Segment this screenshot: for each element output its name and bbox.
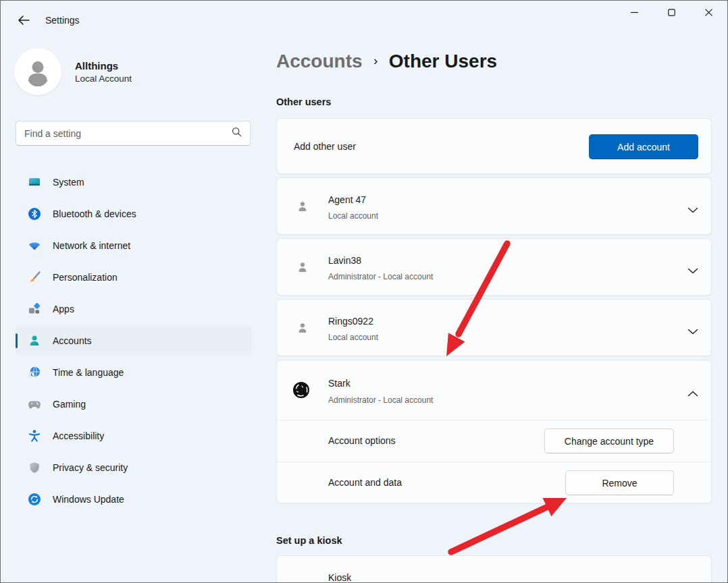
sidebar-item-windows-update[interactable]: Windows Update — [16, 484, 251, 514]
sidebar-item-time-language[interactable]: Time & language — [16, 358, 251, 387]
sidebar-item-label: Bluetooth & devices — [53, 209, 136, 219]
kiosk-label: Kiosk — [328, 572, 351, 583]
search-input[interactable]: Find a setting — [16, 121, 251, 146]
user-account-type: Local account — [328, 333, 378, 342]
page-title: Other Users — [389, 51, 497, 72]
add-account-button[interactable]: Add account — [589, 134, 698, 159]
minimize-button[interactable] — [616, 1, 653, 25]
user-account-type: Administrator - Local account — [328, 272, 433, 281]
account-and-data-row: Account and data Remove — [277, 462, 711, 504]
breadcrumb-accounts[interactable]: Accounts — [276, 51, 363, 72]
section-title-other-users: Other users — [276, 96, 331, 107]
user-name: Lavin38 — [328, 255, 361, 266]
search-icon — [232, 127, 242, 140]
breadcrumb: Accounts › Other Users — [276, 51, 497, 72]
gaming-icon — [28, 397, 41, 411]
profile-name: Allthings — [75, 60, 132, 72]
chevron-up-icon[interactable] — [687, 387, 698, 393]
sidebar-item-system[interactable]: System — [16, 167, 251, 197]
user-row-stark[interactable]: Stark Administrator - Local account — [277, 360, 711, 420]
sidebar-item-label: Personalization — [53, 272, 118, 283]
user-name: Rings0922 — [328, 316, 373, 327]
back-button[interactable] — [13, 11, 34, 30]
user-card-agent-47[interactable]: Agent 47 Local account — [276, 177, 712, 235]
sidebar-item-label: Accessibility — [53, 431, 104, 441]
close-icon — [705, 8, 712, 18]
sidebar-item-bluetooth[interactable]: Bluetooth & devices — [16, 199, 251, 229]
sidebar-nav: System Bluetooth & devices — [16, 165, 251, 516]
sidebar-item-accounts[interactable]: Accounts — [16, 326, 251, 356]
system-icon — [28, 175, 41, 189]
privacy-icon — [28, 461, 41, 474]
change-account-type-button[interactable]: Change account type — [544, 428, 674, 453]
accounts-icon — [28, 334, 41, 348]
maximize-icon — [668, 8, 675, 18]
stark-avatar — [292, 381, 310, 399]
user-card-rings0922[interactable]: Rings0922 Local account — [276, 299, 712, 356]
window-controls — [616, 1, 727, 25]
user-name: Agent 47 — [328, 194, 366, 205]
person-icon — [296, 321, 309, 335]
breadcrumb-separator: › — [373, 53, 378, 67]
selected-accent-bar — [16, 333, 18, 348]
sidebar-item-label: Time & language — [53, 367, 124, 378]
sidebar-item-label: Privacy & security — [53, 462, 128, 473]
sidebar: Allthings Local Account Find a setting — [1, 41, 265, 582]
sidebar-item-label: Network & internet — [53, 240, 130, 251]
settings-window: Settings — [0, 0, 728, 583]
account-and-data-label: Account and data — [328, 477, 402, 488]
user-account-type: Administrator - Local account — [328, 395, 433, 405]
close-button[interactable] — [690, 1, 727, 25]
user-card-lavin38[interactable]: Lavin38 Administrator - Local account — [276, 238, 712, 296]
windows-update-icon — [28, 493, 41, 506]
user-card-stark: Stark Administrator - Local account Acco… — [276, 360, 712, 503]
sidebar-item-label: System — [53, 177, 84, 188]
titlebar: Settings — [1, 1, 727, 41]
search-placeholder: Find a setting — [24, 128, 232, 139]
sidebar-item-accessibility[interactable]: Accessibility — [16, 421, 251, 451]
profile-account-type: Local Account — [75, 74, 132, 84]
account-options-label: Account options — [328, 435, 396, 446]
sidebar-item-label: Accounts — [53, 335, 92, 346]
time-language-icon — [28, 366, 41, 379]
sidebar-item-label: Gaming — [53, 399, 86, 410]
person-icon — [23, 57, 53, 86]
maximize-button[interactable] — [653, 1, 690, 25]
personalization-icon — [28, 271, 41, 284]
minimize-icon — [631, 8, 638, 18]
user-profile[interactable]: Allthings Local Account — [14, 48, 132, 95]
user-account-type: Local account — [328, 211, 378, 221]
sidebar-item-label: Windows Update — [53, 494, 124, 505]
back-arrow-icon — [17, 14, 30, 28]
sidebar-item-label: Apps — [53, 304, 74, 314]
sidebar-item-gaming[interactable]: Gaming — [16, 389, 251, 419]
add-other-user-card: Add other user Add account — [276, 118, 712, 174]
user-name: Stark — [328, 378, 350, 389]
account-options-row: Account options Change account type — [277, 420, 711, 462]
window-title: Settings — [45, 15, 80, 26]
add-other-user-label: Add other user — [294, 141, 356, 152]
section-title-kiosk: Set up a kiosk — [276, 535, 342, 546]
chevron-down-icon[interactable] — [687, 325, 698, 331]
bluetooth-icon — [28, 207, 41, 221]
chevron-down-icon[interactable] — [687, 204, 698, 210]
remove-button[interactable]: Remove — [565, 470, 674, 495]
person-icon — [296, 260, 309, 274]
chevron-down-icon[interactable] — [687, 265, 698, 271]
sidebar-item-privacy[interactable]: Privacy & security — [16, 453, 251, 482]
user-avatar — [14, 48, 61, 95]
sidebar-item-apps[interactable]: Apps — [16, 294, 251, 324]
apps-icon — [28, 302, 41, 316]
kiosk-card[interactable]: Kiosk — [276, 555, 712, 583]
person-icon — [296, 200, 309, 213]
main-content: Accounts › Other Users Other users Add o… — [276, 41, 712, 582]
sidebar-item-network[interactable]: Network & internet — [16, 231, 251, 260]
network-icon — [28, 239, 41, 252]
accessibility-icon — [28, 429, 41, 443]
sidebar-item-personalization[interactable]: Personalization — [16, 262, 251, 292]
